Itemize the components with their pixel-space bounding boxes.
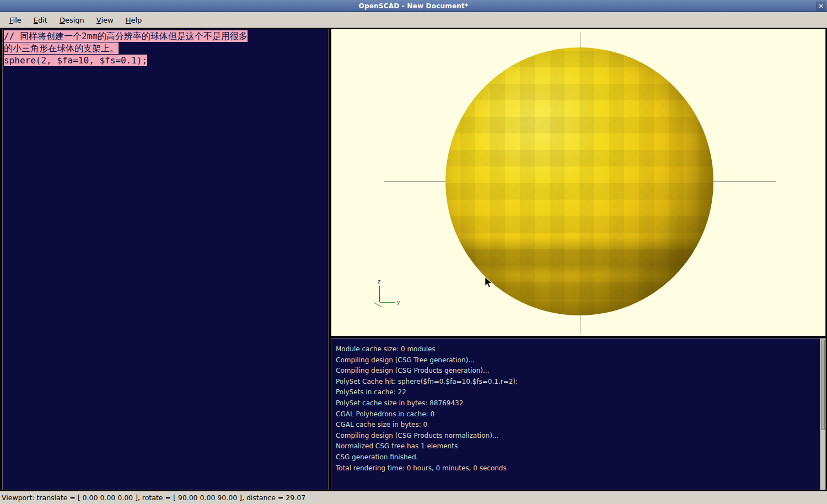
console-line: Compiling design (CSG Products normaliza… [336,431,823,442]
code-editor[interactable]: // 同样将创建一个2mm的高分辨率的球体但是这个不是用很多 的小三角形在球体的… [2,29,329,490]
console-line: Normalized CSG tree has 1 elements [336,441,823,452]
window-title: OpenSCAD - New Document* [359,2,469,10]
axis-z-label: z [378,278,380,285]
editor-line: // 同样将创建一个2mm的高分辨率的球体但是这个不是用很多 [4,30,327,42]
console-log[interactable]: Module cache size: 0 modules Compiling d… [331,338,826,490]
viewport-status-text: Viewport: translate = [ 0.00 0.00 0.00 ]… [2,494,305,502]
console-line: Compiling design (CSG Tree generation)..… [336,355,823,366]
console-line: CSG generation finished. [336,452,823,463]
editor-line: 的小三角形在球体的支架上。 [4,42,327,55]
statusbar: Viewport: translate = [ 0.00 0.00 0.00 ]… [0,491,827,504]
close-icon[interactable]: ✕ [817,2,825,10]
axis-indicator: z y [377,278,410,309]
sphere-model [445,47,713,315]
titlebar[interactable]: OpenSCAD - New Document* ✕ [0,0,827,12]
menu-view[interactable]: View [90,14,120,26]
console-line: Compiling design (CSG Products generatio… [336,366,823,377]
mouse-cursor-icon [485,277,492,288]
console-line: PolySet Cache hit: sphere($fn=0,$fa=10,$… [336,377,823,388]
console-scrollbar[interactable] [820,339,825,490]
console-line: CGAL Polyhedrons in cache: 0 [336,409,823,420]
editor-code-line: sphere(2, $fa=10, $fs=0.1); [4,55,147,66]
console-line: PolySets in cache: 22 [336,387,823,398]
axis-z-line [379,286,380,302]
menu-help[interactable]: Help [120,14,148,26]
console-line: PolySet cache size in bytes: 88769432 [336,398,823,409]
console-line: Module cache size: 0 modules [336,344,823,355]
right-pane: z y Module cache size: 0 modules Compili… [331,29,826,490]
axis-y-line [380,302,395,303]
console-line: CGAL cache size in bytes: 0 [336,420,823,431]
menu-edit[interactable]: Edit [28,14,53,26]
editor-comment-line-2: 的小三角形在球体的支架上。 [4,42,119,54]
menu-file[interactable]: File [3,14,28,26]
menubar: File Edit Design View Help [0,12,827,28]
axis-x-line [374,302,382,307]
editor-line: sphere(2, $fa=10, $fs=0.1); [4,55,327,67]
console-scrollbar-thumb[interactable] [821,340,825,430]
viewport-3d[interactable]: z y [331,29,826,336]
axis-y-label: y [397,299,400,305]
menu-design[interactable]: Design [53,14,90,26]
editor-comment-line-1: // 同样将创建一个2mm的高分辨率的球体但是这个不是用很多 [4,30,248,42]
console-line: Total rendering time: 0 hours, 0 minutes… [336,463,823,474]
